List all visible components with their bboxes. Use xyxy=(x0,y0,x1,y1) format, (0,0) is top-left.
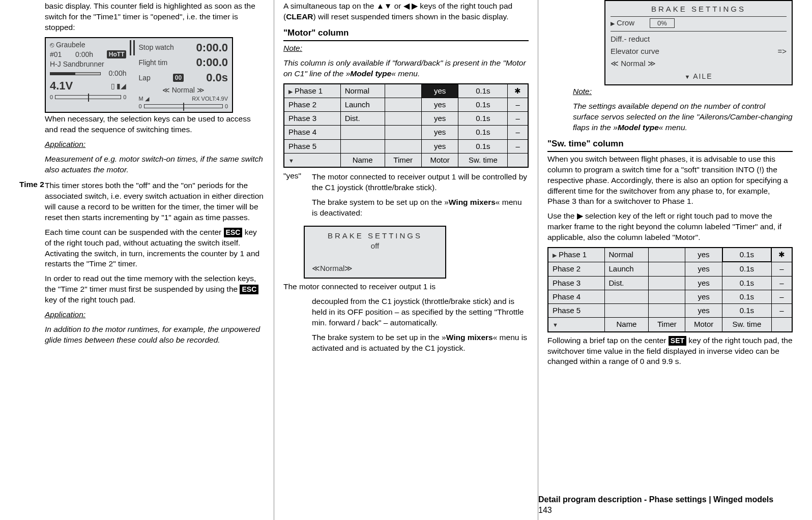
swtime-cell: 0.1s xyxy=(722,248,772,262)
motor-cell: yes xyxy=(685,304,722,318)
col1-p1: basic display. This counter field is hig… xyxy=(19,1,265,33)
name-cell xyxy=(340,126,385,139)
swtime-cell: 0.1s xyxy=(458,139,508,153)
diff-reduct-row: Diff.- reduct xyxy=(611,34,650,44)
t0a: 0:00h xyxy=(75,50,93,59)
header-sw: Sw. time xyxy=(458,153,508,167)
end-cell: – xyxy=(771,304,792,318)
swtime-cell: 0.1s xyxy=(722,262,772,276)
swtime-cell: 0.1s xyxy=(722,304,772,318)
header-timer: Timer xyxy=(385,153,421,167)
name-cell: Normal xyxy=(340,84,385,98)
lap-value: 0.0s xyxy=(206,70,228,85)
pilot-name: H-J Sandbrunner xyxy=(50,59,104,69)
set-key: SET xyxy=(669,336,686,346)
timer-cell xyxy=(649,262,685,276)
p5b: key of the right touch pad. xyxy=(45,295,135,304)
battery-bar xyxy=(50,72,101,75)
name-cell xyxy=(340,139,385,153)
application-heading-1: Application: xyxy=(45,140,85,148)
note-body-3: The settings available depend on the num… xyxy=(573,101,793,133)
p4a: Each time count can be suspended with th… xyxy=(45,228,224,236)
timer-cell xyxy=(649,290,685,303)
header-timer: Timer xyxy=(649,318,685,332)
brake-box-off: BRAKE SETTINGS off ≪Normal≫ xyxy=(304,226,446,279)
name-cell: Launch xyxy=(604,262,649,276)
end-cell: – xyxy=(771,262,792,276)
p1c: ) will reset suspended timers shown in t… xyxy=(313,12,509,21)
zero-l: 0 xyxy=(50,94,53,101)
col2-p1: A simultaneous tap on the ▲▼ or ◀ ▶ keys… xyxy=(283,1,529,22)
timer-cell xyxy=(385,98,421,111)
phase-cell: Phase 5 xyxy=(284,139,340,153)
col1-p2: When necessary, the selection keys can b… xyxy=(19,114,265,135)
timer-cell xyxy=(649,304,685,318)
page-number: 143 xyxy=(538,506,552,514)
end-cell: – xyxy=(508,98,528,111)
model-num: #01 xyxy=(50,50,62,59)
footer-title: Detail program description - Phase setti… xyxy=(538,495,773,504)
name-cell xyxy=(604,290,649,303)
esc-key-2: ESC xyxy=(240,285,258,294)
phase-table-2: Phase 1Normalyes0.1s✱Phase 2Launchyes0.1… xyxy=(547,247,793,332)
flight-label: Flight tim xyxy=(138,58,167,68)
timer-cell xyxy=(385,112,421,126)
timer-cell xyxy=(649,248,685,262)
col3-p3: Following a brief tap on the center SET … xyxy=(547,335,793,368)
phase-cell: Phase 2 xyxy=(548,262,604,276)
header-name: Name xyxy=(340,153,385,167)
col2-last-a: The motor connected to receiver output 1… xyxy=(283,282,529,292)
stopwatch-label: Stop watch xyxy=(138,43,173,52)
phase-cell: Phase 4 xyxy=(284,126,340,139)
phase-table-1: Phase 1Normalyes0.1s✱Phase 2Launchyes0.1… xyxy=(283,83,529,168)
crow-pct: 0% xyxy=(650,18,675,28)
rx-volt: RX VOLT:4.9V xyxy=(192,95,228,103)
model-name: Graubele xyxy=(56,41,85,49)
zero-r2: 0 xyxy=(225,103,228,110)
end-cell: – xyxy=(771,290,792,303)
end-cell: – xyxy=(771,276,792,290)
motor-cell: yes xyxy=(421,112,458,126)
col2-last-c: The brake system to be set up in the »Wi… xyxy=(312,332,529,354)
esc-key: ESC xyxy=(224,228,243,237)
yes-body-1: The motor connected to receiver output 1… xyxy=(312,172,529,193)
timer-cell xyxy=(385,126,421,139)
application-heading-2: Application: xyxy=(45,310,85,319)
name-cell: Dist. xyxy=(340,112,385,126)
yes-term: "yes" xyxy=(283,171,312,223)
gauge-right xyxy=(144,104,223,108)
note-heading: Note: xyxy=(283,44,302,52)
end-cell: ✱ xyxy=(508,84,528,98)
name-cell: Normal xyxy=(604,248,649,262)
end-cell: – xyxy=(508,112,528,126)
swtime-cell: 0.1s xyxy=(458,84,508,98)
lap-label: Lap xyxy=(138,73,150,83)
end-cell: – xyxy=(508,126,528,139)
swtime-cell: 0.1s xyxy=(458,98,508,111)
name-cell: Dist. xyxy=(604,276,649,290)
col1-p5: In order to read out the time memory wit… xyxy=(45,273,265,305)
motor-cell: yes xyxy=(685,290,722,303)
header-motor: Motor xyxy=(685,318,722,332)
brake-nav: ≪Normal≫ xyxy=(312,263,438,273)
phase-cell: Phase 1 xyxy=(284,84,340,98)
brake-panel-title: BRAKE SETTINGS xyxy=(611,4,787,17)
signal-icon: ▯ ▮◢ xyxy=(111,81,127,91)
voltage: 4.1V xyxy=(50,78,73,94)
m-icon: M xyxy=(138,96,143,102)
header-blank xyxy=(284,153,340,167)
motor-cell: yes xyxy=(685,248,722,262)
name-cell: Launch xyxy=(340,98,385,111)
elevator-curve-row: Elevator curve xyxy=(611,46,659,56)
sw-time-heading: "Sw. time" column xyxy=(547,138,793,152)
note-body: This column is only available if "forwar… xyxy=(283,58,529,79)
t0b: 0:00h xyxy=(108,69,126,78)
phase-cell: Phase 1 xyxy=(548,248,604,262)
brake-settings-panel: BRAKE SETTINGS Crow 0% Diff.- reduct Ele… xyxy=(604,0,793,85)
end-cell: ✱ xyxy=(771,248,792,262)
flight-value: 0:00.0 xyxy=(196,55,228,70)
phase-cell: Phase 3 xyxy=(284,112,340,126)
yes-body-2: The brake system to be set up on the »Wi… xyxy=(312,197,529,219)
col3-p2: Use the ▶ selection key of the left or r… xyxy=(547,211,793,243)
phase-indicator: ≪ Normal ≫ xyxy=(162,85,205,95)
